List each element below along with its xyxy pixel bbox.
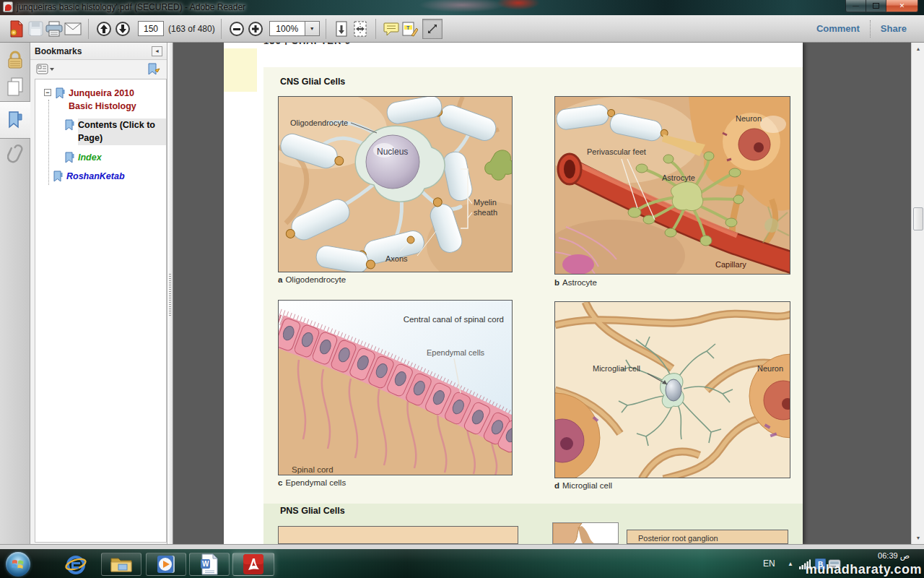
label-ependymal-cells: Ependymal cells [427,348,485,357]
security-settings-button[interactable] [0,49,30,71]
fullscreen-button[interactable] [422,19,443,39]
fit-page-button[interactable] [351,20,370,38]
fullscreen-arrows-icon [427,23,438,35]
minimize-button[interactable]: — [845,0,866,12]
spinal-cord-section-illustration [553,523,619,544]
zoom-level-value[interactable]: 100% [269,21,305,36]
pns-panel-left [278,526,518,544]
toolbar-separator [221,19,222,39]
label-myelin-1: Myelin [474,198,497,207]
clock[interactable]: 06:39 ص [878,551,910,561]
cns-section-title: CNS Glial Cells [280,77,345,87]
collapse-tree-icon[interactable]: − [44,89,51,96]
bookmark-item-contents[interactable]: Contents (Click to Page) [35,118,166,144]
bookmark-item-index[interactable]: Index [35,151,166,164]
pdf-page: 156 | CHAPTER 9 CNS Glial Cells [224,43,803,544]
new-bookmark-button[interactable] [147,63,161,76]
taskbar-word-document[interactable]: W [189,553,230,576]
pages-panel-button[interactable] [0,74,30,99]
toolbar: (163 of 480) 100% ▼ [0,15,924,43]
label-microglial-cell: Microglial cell [593,364,640,373]
label-nucleus: Nucleus [377,147,408,157]
internet-explorer-icon [65,554,87,576]
collapse-panel-button[interactable]: ◄ [152,46,162,56]
adobe-reader-window: junqueiras basic histology'.pdf (SECURED… [0,0,924,578]
create-pdf-button[interactable] [7,20,26,38]
lock-icon [7,51,23,69]
watermark-text: muhadharaty.com [806,562,922,577]
create-pdf-icon [9,20,25,38]
language-indicator[interactable]: EN [763,558,775,569]
window-title: junqueiras basic histology'.pdf (SECURED… [17,2,245,12]
label-neuron: Neuron [736,114,762,123]
zoom-in-button[interactable] [248,22,263,36]
caption-panel-a: aOligodendrocyte [278,275,346,284]
bookmarks-panel-button[interactable] [0,101,30,139]
bookmark-item-roshanketab[interactable]: RoshanKetab [35,170,166,183]
scrollbar-thumb[interactable] [913,207,923,230]
panel-splitter[interactable] [167,43,173,544]
arrow-up-icon: ▲ [916,46,921,51]
pns-panel-inset [552,522,619,544]
comment-link[interactable]: Comment [806,23,870,34]
taskbar-media-player[interactable] [146,553,186,576]
astrocyte-illustration: Neuron Perivascular feet Astrocyte Capil… [555,97,790,275]
save-button[interactable] [26,20,45,38]
windows-logo-icon [11,557,25,571]
figure-panel-oligodendrocyte: Oligodendrocyte Nucleus Myelin sheath Ax… [278,96,513,272]
bookmark-item-junqueira[interactable]: − Junqueira 2010 Basic Histology [35,87,166,113]
save-icon [28,21,43,36]
zoom-dropdown-button[interactable]: ▼ [305,21,320,36]
caption-panel-c: cEpendymal cells [278,478,346,487]
media-player-icon [155,553,177,575]
wallpaper-blob [415,0,509,13]
zoom-out-button[interactable] [230,22,244,36]
print-button[interactable] [45,20,64,38]
bookmarks-panel: Bookmarks ◄ − [30,43,167,544]
titlebar[interactable]: junqueiras basic histology'.pdf (SECURED… [0,0,924,15]
page-count-label: (163 of 480) [168,24,215,34]
svg-text:T: T [406,25,410,30]
previous-page-button[interactable] [97,22,111,36]
close-button[interactable]: ✕ [886,0,918,12]
label-oligodendrocyte: Oligodendrocyte [290,118,348,127]
arrow-up-icon [100,25,108,33]
label-capillary: Capillary [715,260,746,269]
scrolling-mode-button[interactable] [332,20,351,38]
adobe-reader-icon [243,553,264,575]
maximize-button[interactable] [866,0,886,12]
scroll-up-button[interactable]: ▲ [912,43,924,55]
vertical-scrollbar[interactable]: ▲ ▼ [911,43,924,544]
microglial-illustration: Microglial cell Neuron [555,302,790,478]
chapter-header-fragment: 156 | CHAPTER 9 [263,43,351,45]
bookmarks-tree: − Junqueira 2010 Basic Histology Content… [35,79,167,543]
hidden-icons-button[interactable]: ▲ [788,561,793,567]
email-button[interactable] [64,20,82,38]
start-button[interactable] [6,552,30,577]
bookmark-options-button[interactable] [36,64,55,75]
attachments-panel-button[interactable] [0,142,30,166]
caption-letter: c [278,478,282,487]
pns-panel-right: Posterior root ganglion [627,530,788,544]
sticky-note-button[interactable] [382,20,401,38]
taskbar: W EN ▲ B [0,549,924,578]
bookmark-label: Contents (Click to Page) [78,118,166,144]
pdf-app-icon [3,1,13,12]
window-bottom-edge [0,544,924,549]
figure-panel-ependymal: Central canal of spinal cord Ependymal c… [278,300,513,475]
close-icon: ✕ [899,2,905,9]
fit-page-icon [353,21,367,37]
scroll-down-button[interactable]: ▼ [912,532,924,544]
taskbar-adobe-reader[interactable] [232,553,274,576]
bookmark-label: Index [78,151,102,164]
next-page-button[interactable] [116,22,130,36]
share-link[interactable]: Share [871,23,917,34]
highlight-text-button[interactable]: T [401,20,419,38]
plus-icon [252,25,259,33]
folder-icon [110,555,133,574]
pages-icon [6,77,24,97]
page-number-input[interactable] [138,21,164,36]
wallpaper-blob [497,0,540,10]
taskbar-file-explorer[interactable] [101,553,141,576]
taskbar-internet-explorer[interactable] [61,554,91,576]
